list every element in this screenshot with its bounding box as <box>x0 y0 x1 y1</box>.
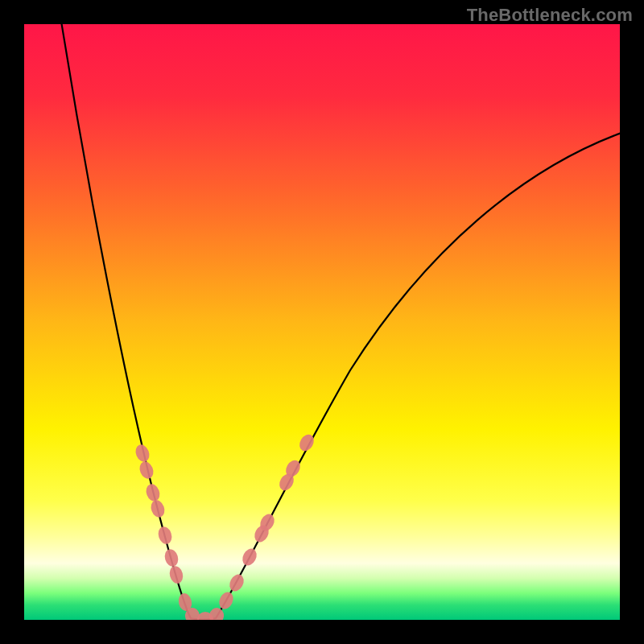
chart-frame <box>24 24 620 620</box>
bottleneck-chart <box>24 24 620 620</box>
watermark-text: TheBottleneck.com <box>467 5 633 26</box>
gradient-background <box>24 24 620 620</box>
